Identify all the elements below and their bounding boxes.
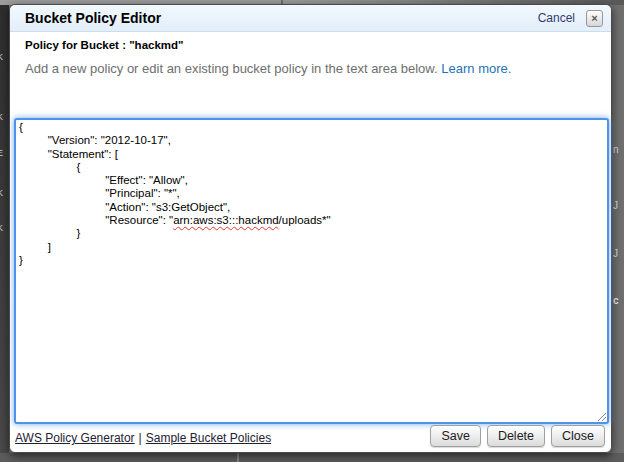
- background-page-fragment: E: [0, 149, 3, 158]
- policy-line: "Principal": "*",: [19, 187, 604, 200]
- cancel-link[interactable]: Cancel: [538, 11, 575, 25]
- background-page-fragment: K: [0, 53, 3, 62]
- backdrop-bottom-strip: [0, 453, 624, 462]
- policy-line: "Effect": "Allow",: [19, 174, 604, 187]
- background-page-fragment: K: [0, 189, 3, 198]
- background-page-fragment: K: [0, 224, 3, 233]
- background-page-fragment: J: [613, 201, 618, 210]
- link-separator: |: [139, 431, 142, 445]
- backdrop-bottom-divider: [237, 453, 239, 462]
- backdrop-left-strip: K K E K K: [0, 5, 9, 462]
- policy-line: {: [19, 161, 604, 174]
- background-page-fragment: J: [613, 249, 618, 258]
- policy-bucket-subtitle: Policy for Bucket : "hackmd": [25, 39, 184, 51]
- background-page-fragment: n: [613, 145, 619, 154]
- dialog-description: Add a new policy or edit an existing buc…: [25, 61, 511, 76]
- resize-grip-icon[interactable]: [596, 411, 606, 421]
- sample-bucket-policies-link[interactable]: Sample Bucket Policies: [146, 431, 271, 445]
- background-page-fragment: K: [0, 113, 3, 122]
- bucket-policy-editor-dialog: Bucket Policy Editor Cancel × Policy for…: [9, 4, 612, 453]
- footer-links: AWS Policy Generator|Sample Bucket Polic…: [15, 431, 271, 445]
- policy-line: }: [19, 227, 604, 240]
- close-button[interactable]: Close: [551, 425, 605, 447]
- policy-line: ]: [19, 241, 604, 254]
- policy-text: { "Version": "2012-10-17", "Statement": …: [19, 121, 604, 267]
- policy-line: "Resource": "arn:aws:s3:::hackmd/uploads…: [19, 214, 604, 227]
- policy-line: "Statement": [: [19, 148, 604, 161]
- policy-line: {: [19, 121, 604, 134]
- policy-line: }: [19, 254, 604, 267]
- dialog-header-actions: Cancel ×: [538, 10, 603, 27]
- delete-button[interactable]: Delete: [487, 425, 545, 447]
- dialog-title: Bucket Policy Editor: [25, 10, 161, 26]
- close-icon[interactable]: ×: [586, 10, 603, 27]
- footer-buttons: Save Delete Close: [430, 425, 605, 447]
- policy-textarea[interactable]: { "Version": "2012-10-17", "Statement": …: [14, 118, 609, 424]
- policy-line: "Action": "s3:GetObject",: [19, 201, 604, 214]
- spellcheck-underline: arn:aws:s3:::hackmd: [173, 214, 278, 226]
- background-page-fragment: c: [613, 296, 619, 305]
- save-button[interactable]: Save: [430, 425, 481, 447]
- learn-more-link[interactable]: Learn more.: [441, 61, 511, 76]
- description-text: Add a new policy or edit an existing buc…: [25, 61, 438, 76]
- dialog-header: Bucket Policy Editor Cancel ×: [10, 5, 611, 32]
- backdrop-right-strip: n J J c: [612, 5, 624, 462]
- aws-policy-generator-link[interactable]: AWS Policy Generator: [15, 431, 135, 445]
- policy-line: "Version": "2012-10-17",: [19, 134, 604, 147]
